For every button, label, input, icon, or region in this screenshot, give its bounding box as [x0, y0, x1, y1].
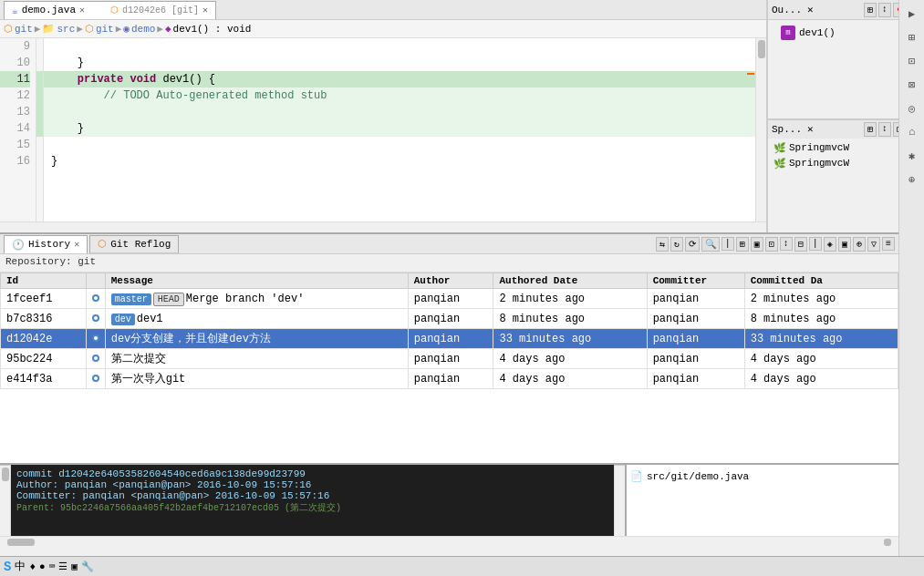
sidebar-icon5[interactable]: ◎ [902, 98, 922, 118]
h-scroll-thumb-right[interactable] [884, 539, 891, 546]
sidebar-icon3[interactable]: ⊡ [902, 51, 922, 71]
cell-authored-date: 4 days ago [493, 349, 647, 369]
outline-btn1[interactable]: ⊞ [864, 3, 877, 17]
leaf-icon1: 🌿 [773, 142, 786, 154]
history-table: Id Message Author Authored Date Committe… [0, 273, 898, 389]
cell-id: d12042e [1, 329, 87, 349]
hist-btn5[interactable]: | [722, 237, 734, 251]
cell-committer: panqian [647, 349, 744, 369]
sidebar-icon2[interactable]: ⊞ [902, 27, 922, 47]
code-line-16: } [44, 153, 755, 170]
cell-id: b7c8316 [1, 309, 87, 329]
status-icon-s: S [4, 560, 11, 574]
sidebar-icon1[interactable]: ▶ [902, 4, 922, 24]
col-message[interactable]: Message [105, 273, 408, 289]
method-icon: ◆ [165, 23, 171, 35]
editor-h-scrollbar[interactable] [0, 221, 766, 232]
hist-btn3[interactable]: ⟳ [685, 237, 700, 252]
breadcrumb-git[interactable]: git [15, 24, 33, 35]
line-numbers: 9 10 11 12 13 14 15 16 [0, 38, 36, 221]
code-line-12: // TODO Auto-generated method stub [44, 87, 755, 104]
detail-scroll-thumb[interactable] [2, 468, 9, 481]
outline-btn2[interactable]: ↕ [878, 3, 891, 17]
breadcrumb-src[interactable]: src [57, 24, 75, 35]
table-row[interactable]: 95bc224第二次提交panqian4 days agopanqian4 da… [1, 349, 898, 369]
sidebar-icon6[interactable]: ⌂ [902, 122, 922, 142]
hist-btn13[interactable]: ▣ [838, 237, 851, 252]
code-line-9 [44, 38, 755, 55]
cell-committed-date: 8 minutes ago [744, 309, 898, 329]
history-table-container[interactable]: Id Message Author Authored Date Committe… [0, 273, 898, 463]
scrollbar-thumb[interactable] [758, 40, 765, 58]
col-committer[interactable]: Committer [647, 273, 744, 289]
cell-committed-date: 4 days ago [744, 349, 898, 369]
status-icon-moon: ♦ [29, 561, 36, 572]
cell-committer: panqian [647, 309, 744, 329]
spring-title: Sp... [772, 124, 802, 135]
vertical-scrollbar[interactable] [755, 38, 766, 221]
sidebar-icon8[interactable]: ⊕ [902, 170, 922, 190]
line-num-9: 9 [0, 38, 30, 55]
hist-btn6[interactable]: ⊞ [736, 237, 749, 252]
breadcrumb-demo[interactable]: demo [131, 24, 155, 35]
hist-btn1[interactable]: ⇆ [656, 237, 669, 252]
table-row[interactable]: 1fceef1masterHEADMerge branch 'dev'panqi… [1, 289, 898, 309]
hist-btn11[interactable]: | [809, 237, 822, 251]
editor-tab-close[interactable]: ✕ [79, 5, 85, 15]
hist-btn8[interactable]: ⊡ [765, 237, 778, 252]
reflog-tab-label: Git Reflog [110, 239, 171, 250]
outline-close[interactable]: ✕ [807, 4, 814, 15]
hist-btn14[interactable]: ⊕ [853, 237, 866, 252]
col-id[interactable]: Id [1, 273, 87, 289]
cell-committer: panqian [647, 289, 744, 309]
hist-btn12[interactable]: ◈ [824, 237, 836, 252]
cell-authored-date: 8 minutes ago [493, 309, 647, 329]
git2-icon: ⬡ [85, 23, 94, 35]
git-badge-close[interactable]: ✕ [202, 5, 208, 15]
cell-committed-date: 2 minutes ago [744, 289, 898, 309]
table-row[interactable]: b7c8316devdev1panqian8 minutes agopanqia… [1, 309, 898, 329]
line-num-11: 11 [0, 71, 30, 87]
hist-btn9[interactable]: ↕ [780, 237, 793, 251]
table-row[interactable]: d12042edev分支创建，并且创建dev方法panqian33 minute… [1, 329, 898, 349]
cell-id: 95bc224 [1, 349, 87, 369]
code-line-10: } [44, 55, 755, 71]
cell-graph [86, 289, 105, 309]
table-row[interactable]: e414f3a第一次导入gitpanqian4 days agopanqian4… [1, 369, 898, 389]
reflog-tab[interactable]: ⬡ Git Reflog [89, 235, 179, 253]
status-bar: S 中 ♦ ● ⌨ ☰ ▣ 🔧 [0, 556, 924, 576]
cell-message: dev分支创建，并且创建dev方法 [105, 329, 408, 349]
commit-line4: Parent: 95bc2246a7566aa405f42b2aef4be712… [16, 501, 608, 514]
commit-file-item: 📄 src/git/demo.java [630, 468, 895, 484]
history-tab-bar: 🕐 History ✕ ⬡ Git Reflog ⇆ ↻ ⟳ 🔍 | ⊞ ▣ ⊡… [0, 234, 898, 254]
right-sidebar: ▶ ⊞ ⊡ ⊠ ◎ ⌂ ✱ ⊕ [898, 0, 924, 576]
sidebar-icon7[interactable]: ✱ [902, 146, 922, 166]
hist-btn16[interactable]: ≡ [882, 237, 895, 251]
col-authored-date[interactable]: Authored Date [493, 273, 647, 289]
spring-close[interactable]: ✕ [807, 123, 814, 135]
editor-tab[interactable]: ☕ demo.java ✕ ⬡ d12042e6 [git] ✕ [4, 1, 216, 19]
detail-v-scroll[interactable] [0, 465, 11, 536]
cell-graph [86, 369, 105, 389]
outline-title: Ou... [772, 5, 802, 15]
hist-btn10[interactable]: ⊟ [794, 237, 807, 252]
hist-btn7[interactable]: ▣ [751, 237, 763, 252]
history-tab[interactable]: 🕐 History ✕ [4, 235, 88, 253]
status-icon-wrench: 🔧 [81, 561, 94, 572]
spring-btn2[interactable]: ↕ [878, 122, 891, 137]
col-committed-date[interactable]: Committed Da [744, 273, 898, 289]
spring-btn1[interactable]: ⊞ [864, 122, 877, 137]
code-content[interactable]: } private void dev1() { // TODO Auto-gen… [44, 38, 755, 221]
h-scroll-thumb[interactable] [7, 539, 35, 546]
hist-btn2[interactable]: ↻ [670, 237, 683, 252]
sidebar-icon4[interactable]: ⊠ [902, 75, 922, 95]
hist-btn15[interactable]: ▽ [867, 237, 880, 252]
commit-line1: commit d12042e64053582604540ced6a9c138de… [16, 468, 608, 479]
outline-item-dev1[interactable]: dev1() [799, 27, 836, 38]
history-h-scrollbar[interactable] [0, 536, 898, 547]
col-author[interactable]: Author [408, 273, 493, 289]
detail-v-scroll2[interactable] [614, 465, 625, 536]
hist-btn4[interactable]: 🔍 [701, 237, 720, 252]
history-tab-close[interactable]: ✕ [74, 239, 79, 250]
breadcrumb-git2[interactable]: git [96, 24, 114, 35]
